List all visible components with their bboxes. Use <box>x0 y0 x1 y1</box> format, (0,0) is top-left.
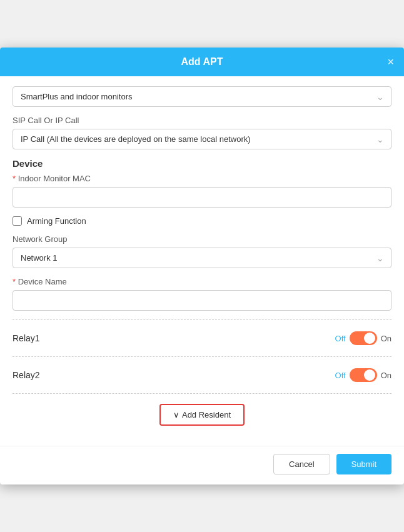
arming-function-row: Arming Function <box>13 216 391 226</box>
relay2-off-label: Off <box>335 371 346 380</box>
indoor-monitor-mac-input[interactable] <box>13 187 391 208</box>
add-apt-modal: Add APT × SmartPlus and indoor monitors … <box>0 48 404 484</box>
close-button[interactable]: × <box>387 56 394 68</box>
device-name-label: Device Name <box>13 277 391 286</box>
device-name-input[interactable] <box>13 290 391 311</box>
arming-checkbox[interactable] <box>13 216 22 226</box>
relay2-on-label: On <box>381 371 391 380</box>
relay1-on-label: On <box>381 334 391 343</box>
device-name-section: Device Name <box>13 277 391 311</box>
relay1-label: Relay1 <box>13 333 40 343</box>
relay2-toggle[interactable] <box>350 368 377 382</box>
relay1-bottom-divider <box>13 356 391 357</box>
ipcall-dropdown[interactable]: IP Call (All the devices are deployed on… <box>13 129 391 149</box>
submit-button[interactable]: Submit <box>336 454 391 474</box>
relay2-toggle-group: Off On <box>335 368 391 382</box>
device-section: Device Indoor Monitor MAC <box>13 158 391 208</box>
modal-title: Add APT <box>181 56 223 68</box>
dropdown1-group: SmartPlus and indoor monitors ⌄ <box>13 86 391 107</box>
add-resident-button[interactable]: ∨ Add Resident <box>159 404 245 426</box>
sip-call-group: SIP Call Or IP Call IP Call (All the dev… <box>13 116 391 149</box>
modal-body: SmartPlus and indoor monitors ⌄ SIP Call… <box>0 76 404 446</box>
relay1-slider <box>350 331 377 345</box>
arming-function-label: Arming Function <box>27 216 86 226</box>
add-resident-area: ∨ Add Resident <box>13 404 391 426</box>
network-group-wrapper: Network 1 ⌄ <box>13 248 391 268</box>
relay1-off-label: Off <box>335 334 346 343</box>
relay1-row: Relay1 Off On <box>13 325 391 351</box>
relay2-bottom-divider <box>13 393 391 394</box>
relay2-label: Relay2 <box>13 370 40 380</box>
relay1-top-divider <box>13 319 391 320</box>
relay1-toggle-group: Off On <box>335 331 391 345</box>
indoor-monitor-label: Indoor Monitor MAC <box>13 174 391 183</box>
dropdown1-wrapper: SmartPlus and indoor monitors ⌄ <box>13 86 391 107</box>
add-resident-label: Add Resident <box>182 410 231 419</box>
network-group-dropdown[interactable]: Network 1 <box>13 248 391 268</box>
network-group-section: Network Group Network 1 ⌄ <box>13 234 391 268</box>
add-resident-chevron-icon: ∨ <box>173 410 179 419</box>
device-section-label: Device <box>13 158 391 169</box>
relay2-slider <box>350 368 377 382</box>
relay2-row: Relay2 Off On <box>13 362 391 388</box>
modal-footer: Cancel Submit <box>0 446 404 484</box>
ipcall-wrapper: IP Call (All the devices are deployed on… <box>13 129 391 149</box>
relay1-toggle[interactable] <box>350 331 377 345</box>
sip-call-label: SIP Call Or IP Call <box>13 116 391 125</box>
modal-header: Add APT × <box>0 48 404 76</box>
cancel-button[interactable]: Cancel <box>273 454 330 474</box>
smartplus-dropdown[interactable]: SmartPlus and indoor monitors <box>13 86 391 107</box>
network-group-label: Network Group <box>13 234 391 244</box>
